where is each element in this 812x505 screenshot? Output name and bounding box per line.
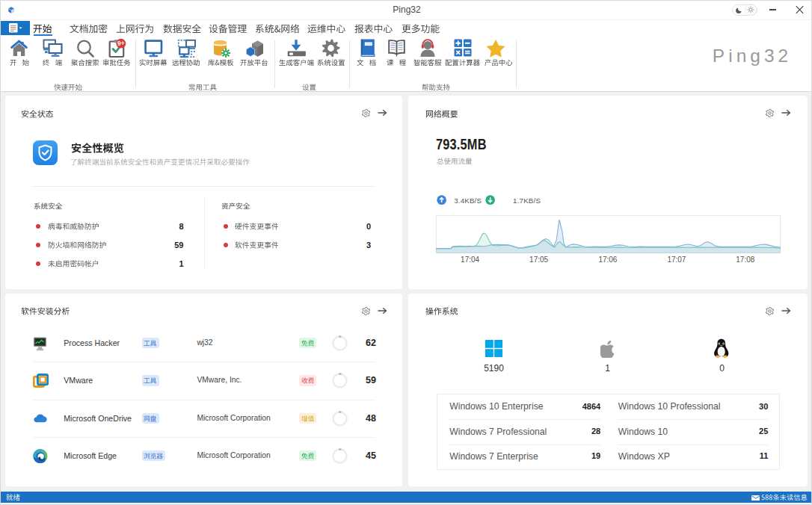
svg-text:9+: 9+ — [117, 40, 125, 47]
